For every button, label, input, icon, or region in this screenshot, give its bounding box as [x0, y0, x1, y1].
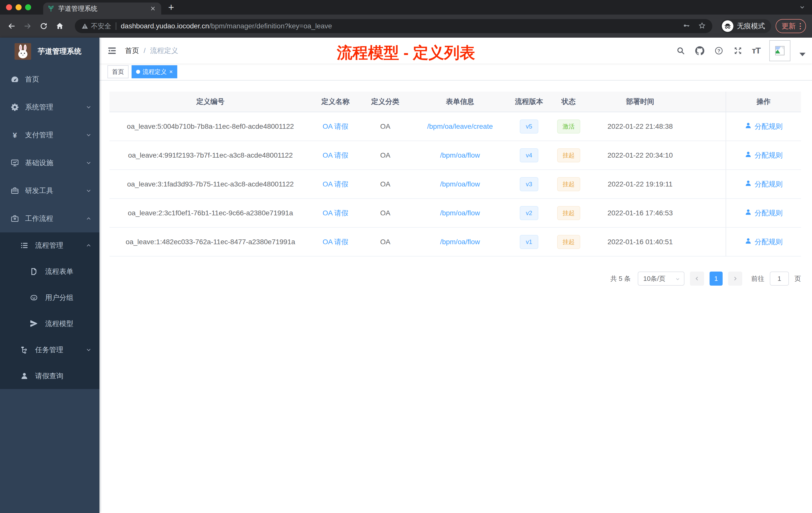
- form-link[interactable]: /bpm/oa/flow: [440, 151, 480, 159]
- sidebar-item-system[interactable]: 系统管理: [0, 93, 99, 121]
- sidebar-item-workflow[interactable]: 工作流程: [0, 205, 99, 233]
- form-link[interactable]: /bpm/oa/leave/create: [427, 122, 493, 130]
- status-badge: 挂起: [557, 177, 580, 191]
- header-filler: [692, 92, 726, 112]
- dashboard-icon: [10, 75, 19, 84]
- reload-icon[interactable]: [38, 21, 49, 32]
- goto-page-input[interactable]: [770, 272, 789, 285]
- table-row: oa_leave:1:482ec033-762a-11ec-8477-a2380…: [110, 228, 801, 256]
- address-bar[interactable]: 不安全 dashboard.yudao.iocoder.cn/bpm/manag…: [75, 19, 712, 33]
- table-row: oa_leave:4:991f2193-7b7f-11ec-a3c8-acde4…: [110, 141, 801, 170]
- sidebar-item-label: 首页: [25, 74, 39, 84]
- form-icon: [30, 267, 38, 276]
- person-icon: [745, 208, 752, 218]
- browser-update-button[interactable]: 更新: [776, 19, 806, 33]
- tag-home[interactable]: 首页: [108, 65, 128, 78]
- fullscreen-icon[interactable]: [733, 46, 743, 56]
- hamburger-icon[interactable]: [107, 46, 117, 56]
- person-icon: [745, 151, 752, 160]
- definition-name-link[interactable]: OA 请假: [323, 237, 348, 247]
- sidebar-logo[interactable]: 芋道管理系统: [0, 38, 99, 65]
- column-header: 定义分类: [359, 92, 411, 112]
- window-close-button[interactable]: [6, 4, 12, 10]
- form-link[interactable]: /bpm/oa/flow: [440, 180, 480, 188]
- github-icon[interactable]: [695, 46, 705, 56]
- sidebar-item-process-model[interactable]: 流程模型: [0, 311, 99, 337]
- assign-rule-link[interactable]: 分配规则: [745, 179, 783, 189]
- status-badge: 挂起: [557, 148, 580, 162]
- browser-tab[interactable]: 芋道管理系统: [43, 2, 161, 14]
- column-header: 状态: [549, 92, 588, 112]
- home-icon[interactable]: [54, 21, 65, 32]
- assign-rule-link[interactable]: 分配规则: [745, 208, 783, 218]
- tab-close-icon[interactable]: [149, 4, 157, 13]
- sidebar-item-user-group[interactable]: 用户分组: [0, 284, 99, 311]
- security-warning-icon[interactable]: [81, 23, 88, 30]
- url-text[interactable]: dashboard.yudao.iocoder.cn/bpm/manager/d…: [121, 22, 678, 30]
- status-badge: 激活: [557, 119, 580, 133]
- definition-name-link[interactable]: OA 请假: [323, 179, 348, 189]
- row-filler: [692, 199, 726, 227]
- breadcrumb: 首页 / 流程定义: [125, 46, 178, 56]
- assign-rule-link[interactable]: 分配规则: [745, 237, 783, 247]
- definition-id-cell: oa_leave:5:004b710b-7b8a-11ec-8ef0-acde4…: [110, 112, 311, 141]
- search-icon[interactable]: [676, 46, 686, 56]
- form-link[interactable]: /bpm/oa/flow: [440, 238, 480, 246]
- sidebar: 芋道管理系统 首页系统管理¥支付管理基础设施研发工具工作流程流程管理流程表单用户…: [0, 38, 99, 513]
- forward-icon[interactable]: [22, 21, 33, 32]
- bookmark-star-icon[interactable]: [698, 22, 706, 30]
- sidebar-menu: 首页系统管理¥支付管理基础设施研发工具工作流程流程管理流程表单用户分组流程模型任…: [0, 65, 99, 389]
- version-badge: v4: [520, 148, 538, 162]
- breadcrumb-home[interactable]: 首页: [125, 46, 139, 56]
- new-tab-button[interactable]: +: [168, 2, 174, 12]
- definition-name-link[interactable]: OA 请假: [323, 151, 348, 160]
- assign-rule-link[interactable]: 分配规则: [745, 151, 783, 160]
- chevron-down-icon: [85, 132, 92, 138]
- chevron-up-icon: [85, 215, 92, 222]
- category-cell: OA: [359, 228, 411, 256]
- url-domain: dashboard.yudao.iocoder.cn: [121, 22, 209, 30]
- saved-password-key-icon[interactable]: [683, 22, 690, 30]
- sidebar-item-process-form[interactable]: 流程表单: [0, 259, 99, 284]
- security-label[interactable]: 不安全: [91, 22, 111, 31]
- avatar-caret-icon[interactable]: [800, 53, 806, 56]
- sidebar-item-task-manage[interactable]: 任务管理: [0, 337, 99, 363]
- window-zoom-button[interactable]: [25, 4, 31, 10]
- definition-name-link[interactable]: OA 请假: [323, 208, 348, 218]
- group-icon: [30, 293, 38, 302]
- sidebar-item-label: 流程模型: [45, 319, 73, 329]
- help-icon[interactable]: ?: [714, 46, 724, 56]
- tag-close-icon[interactable]: ×: [169, 69, 173, 75]
- assign-rule-link[interactable]: 分配规则: [745, 122, 783, 131]
- definition-id-cell: oa_leave:3:1fad3d93-7b75-11ec-a3c8-acde4…: [110, 170, 311, 198]
- tag-process-definition[interactable]: 流程定义 ×: [132, 65, 177, 78]
- category-cell: OA: [359, 199, 411, 227]
- column-header: 定义编号: [110, 92, 311, 112]
- page-size-select[interactable]: 10条/页: [638, 272, 685, 285]
- page-number-button[interactable]: 1: [709, 272, 723, 285]
- window-minimize-button[interactable]: [16, 4, 22, 10]
- page-content: 定义编号定义名称定义分类表单信息流程版本状态部署时间操作 oa_leave:5:…: [99, 81, 812, 285]
- chevron-down-icon: [85, 187, 92, 194]
- incognito-label: 无痕模式: [737, 21, 765, 31]
- back-icon[interactable]: [6, 21, 17, 32]
- form-link[interactable]: /bpm/oa/flow: [440, 209, 480, 217]
- sidebar-item-label: 系统管理: [25, 102, 53, 112]
- sidebar-item-home[interactable]: 首页: [0, 65, 99, 93]
- prev-page-button[interactable]: [690, 272, 704, 285]
- sidebar-item-infrastructure[interactable]: 基础设施: [0, 149, 99, 177]
- next-page-button[interactable]: [728, 272, 742, 285]
- sidebar-item-leave-query[interactable]: 请假查询: [0, 363, 99, 389]
- column-header: 表单信息: [411, 92, 509, 112]
- definition-name-link[interactable]: OA 请假: [323, 122, 348, 131]
- breadcrumb-current: 流程定义: [150, 46, 178, 56]
- sidebar-item-process-manage[interactable]: 流程管理: [0, 233, 99, 259]
- chevron-down-icon: [85, 104, 92, 111]
- user-avatar[interactable]: [769, 40, 790, 61]
- font-size-icon[interactable]: тT: [752, 46, 760, 56]
- tab-search-chevron-icon[interactable]: [799, 4, 806, 11]
- version-badge: v3: [520, 177, 538, 191]
- sidebar-item-payment[interactable]: ¥支付管理: [0, 121, 99, 149]
- sidebar-item-dev-tools[interactable]: 研发工具: [0, 177, 99, 205]
- browser-menu-icon[interactable]: [800, 23, 801, 29]
